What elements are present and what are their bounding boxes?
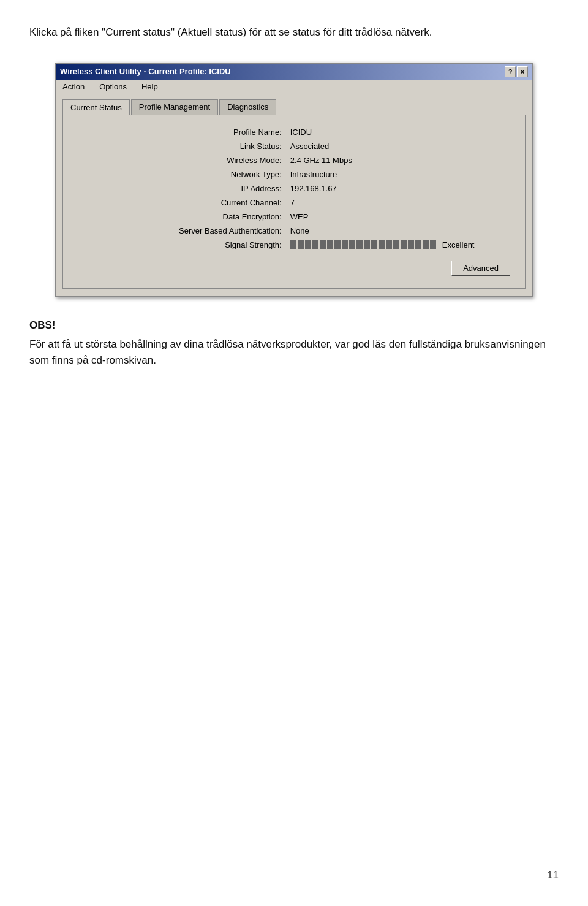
row-profile-name: Profile Name: ICIDU (75, 125, 513, 139)
close-button[interactable]: × (517, 66, 528, 77)
label-signal-strength: Signal Strength: (75, 238, 285, 252)
tab-diagnostics[interactable]: Diagnostics (219, 99, 276, 115)
signal-bar-item (408, 240, 414, 249)
dialog: Wireless Client Utility - Current Profil… (55, 63, 533, 297)
row-server-auth: Server Based Authentication: None (75, 224, 513, 238)
signal-bar-item (364, 240, 370, 249)
intro-text: Klicka på fliken "Current status" (Aktue… (29, 25, 559, 40)
signal-bar-item (298, 240, 304, 249)
obs-section: OBS! För att få ut största behållning av… (29, 319, 559, 369)
advanced-btn-row: Advanced (75, 261, 513, 276)
label-server-auth: Server Based Authentication: (75, 224, 285, 238)
label-data-encryption: Data Encryption: (75, 210, 285, 224)
label-wireless-mode: Wireless Mode: (75, 153, 285, 167)
signal-bar-item (393, 240, 399, 249)
signal-strength-label: Excellent (442, 240, 475, 249)
row-data-encryption: Data Encryption: WEP (75, 210, 513, 224)
row-ip-address: IP Address: 192.168.1.67 (75, 181, 513, 196)
signal-bar-item (342, 240, 348, 249)
signal-bar-item (320, 240, 326, 249)
help-button[interactable]: ? (505, 66, 516, 77)
value-data-encryption: WEP (285, 210, 513, 224)
value-current-channel: 7 (285, 196, 513, 210)
dialog-content: Current Status Profile Management Diagno… (56, 94, 532, 296)
value-ip-address: 192.168.1.67 (285, 181, 513, 196)
obs-text: För att få ut största behållning av dina… (29, 337, 559, 369)
signal-bar-item (386, 240, 392, 249)
obs-heading: OBS! (29, 319, 559, 332)
value-wireless-mode: 2.4 GHz 11 Mbps (285, 153, 513, 167)
label-network-type: Network Type: (75, 167, 285, 181)
advanced-button[interactable]: Advanced (451, 261, 510, 276)
row-link-status: Link Status: Associated (75, 139, 513, 153)
dialog-menubar: Action Options Help (56, 80, 532, 94)
value-signal-strength: Excellent (285, 238, 513, 252)
label-current-channel: Current Channel: (75, 196, 285, 210)
menu-help[interactable]: Help (138, 81, 162, 93)
signal-bar-item (327, 240, 333, 249)
label-profile-name: Profile Name: (75, 125, 285, 139)
dialog-titlebar: Wireless Client Utility - Current Profil… (56, 64, 532, 80)
signal-bar-item (415, 240, 421, 249)
label-ip-address: IP Address: (75, 181, 285, 196)
signal-bar-item (312, 240, 318, 249)
row-signal-strength: Signal Strength: Excellent (75, 238, 513, 252)
dialog-wrapper: Wireless Client Utility - Current Profil… (55, 63, 533, 297)
signal-bar-item (423, 240, 429, 249)
page-number: 11 (547, 869, 559, 881)
signal-bar-container: Excellent (290, 240, 509, 249)
menu-action[interactable]: Action (59, 81, 88, 93)
tab-profile-management[interactable]: Profile Management (131, 99, 218, 115)
tab-bar: Current Status Profile Management Diagno… (62, 99, 526, 115)
value-profile-name: ICIDU (285, 125, 513, 139)
row-network-type: Network Type: Infrastructure (75, 167, 513, 181)
tab-current-status[interactable]: Current Status (62, 99, 130, 115)
tab-content-panel: Profile Name: ICIDU Link Status: Associa… (62, 115, 526, 289)
value-network-type: Infrastructure (285, 167, 513, 181)
info-table: Profile Name: ICIDU Link Status: Associa… (75, 125, 513, 252)
signal-bar-item (290, 240, 296, 249)
row-wireless-mode: Wireless Mode: 2.4 GHz 11 Mbps (75, 153, 513, 167)
menu-options[interactable]: Options (96, 81, 130, 93)
signal-bar-item (401, 240, 407, 249)
signal-bar-item (371, 240, 377, 249)
dialog-title: Wireless Client Utility - Current Profil… (60, 67, 505, 76)
signal-bar-item (379, 240, 385, 249)
value-link-status: Associated (285, 139, 513, 153)
signal-bars (290, 240, 436, 249)
value-server-auth: None (285, 224, 513, 238)
signal-bar-item (356, 240, 363, 249)
signal-bar-item (430, 240, 436, 249)
signal-bar-item (334, 240, 341, 249)
signal-bar-item (349, 240, 355, 249)
row-current-channel: Current Channel: 7 (75, 196, 513, 210)
signal-bar-item (305, 240, 311, 249)
titlebar-buttons: ? × (505, 66, 528, 77)
label-link-status: Link Status: (75, 139, 285, 153)
